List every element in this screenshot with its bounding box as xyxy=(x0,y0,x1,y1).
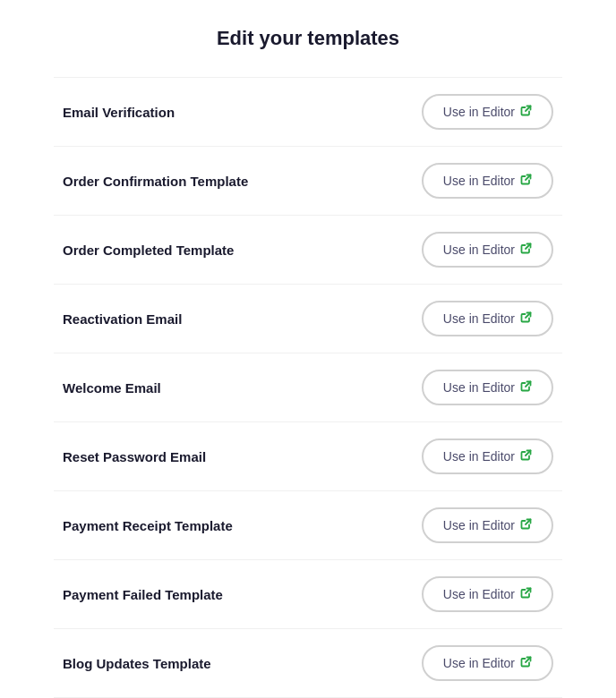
use-in-editor-button-reactivation-email[interactable]: Use in Editor xyxy=(422,301,553,336)
template-name-reactivation-email: Reactivation Email xyxy=(63,311,182,327)
template-name-welcome-email: Welcome Email xyxy=(63,380,161,396)
use-in-editor-label-blog-updates: Use in Editor xyxy=(443,656,515,670)
template-name-email-verification: Email Verification xyxy=(63,105,175,120)
template-row-blog-updates: Blog Updates TemplateUse in Editor xyxy=(54,629,562,698)
page-title: Edit your templates xyxy=(54,27,562,50)
external-link-icon xyxy=(520,656,532,670)
use-in-editor-label-payment-receipt: Use in Editor xyxy=(443,518,515,532)
use-in-editor-button-welcome-email[interactable]: Use in Editor xyxy=(422,370,553,405)
use-in-editor-button-payment-failed[interactable]: Use in Editor xyxy=(422,576,553,612)
external-link-icon xyxy=(520,174,532,188)
template-name-order-completed: Order Completed Template xyxy=(63,243,234,258)
template-list: Email VerificationUse in Editor Order Co… xyxy=(54,77,562,698)
use-in-editor-button-order-confirmation[interactable]: Use in Editor xyxy=(422,163,553,199)
use-in-editor-label-email-verification: Use in Editor xyxy=(443,105,515,119)
use-in-editor-label-welcome-email: Use in Editor xyxy=(443,380,515,395)
template-name-order-confirmation: Order Confirmation Template xyxy=(63,174,248,189)
use-in-editor-button-blog-updates[interactable]: Use in Editor xyxy=(422,645,553,681)
external-link-icon xyxy=(520,449,532,464)
template-name-blog-updates: Blog Updates Template xyxy=(63,656,211,671)
external-link-icon xyxy=(520,243,532,257)
external-link-icon xyxy=(520,380,532,395)
template-row-reactivation-email: Reactivation EmailUse in Editor xyxy=(54,285,562,353)
template-row-order-completed: Order Completed TemplateUse in Editor xyxy=(54,216,562,285)
template-row-reset-password: Reset Password EmailUse in Editor xyxy=(54,422,562,491)
external-link-icon xyxy=(520,105,532,119)
use-in-editor-label-order-confirmation: Use in Editor xyxy=(443,174,515,188)
use-in-editor-label-reactivation-email: Use in Editor xyxy=(443,311,515,326)
template-row-email-verification: Email VerificationUse in Editor xyxy=(54,77,562,147)
use-in-editor-label-reset-password: Use in Editor xyxy=(443,449,515,464)
external-link-icon xyxy=(520,311,532,326)
template-row-order-confirmation: Order Confirmation TemplateUse in Editor xyxy=(54,147,562,216)
template-name-payment-receipt: Payment Receipt Template xyxy=(63,518,233,533)
use-in-editor-button-email-verification[interactable]: Use in Editor xyxy=(422,94,553,130)
use-in-editor-button-payment-receipt[interactable]: Use in Editor xyxy=(422,507,553,543)
use-in-editor-label-payment-failed: Use in Editor xyxy=(443,587,515,601)
template-name-reset-password: Reset Password Email xyxy=(63,449,206,464)
template-name-payment-failed: Payment Failed Template xyxy=(63,587,223,602)
use-in-editor-button-reset-password[interactable]: Use in Editor xyxy=(422,438,553,474)
template-row-welcome-email: Welcome EmailUse in Editor xyxy=(54,353,562,422)
use-in-editor-label-order-completed: Use in Editor xyxy=(443,243,515,257)
template-row-payment-receipt: Payment Receipt TemplateUse in Editor xyxy=(54,491,562,560)
external-link-icon xyxy=(520,518,532,532)
external-link-icon xyxy=(520,587,532,601)
use-in-editor-button-order-completed[interactable]: Use in Editor xyxy=(422,232,553,268)
template-row-payment-failed: Payment Failed TemplateUse in Editor xyxy=(54,560,562,629)
